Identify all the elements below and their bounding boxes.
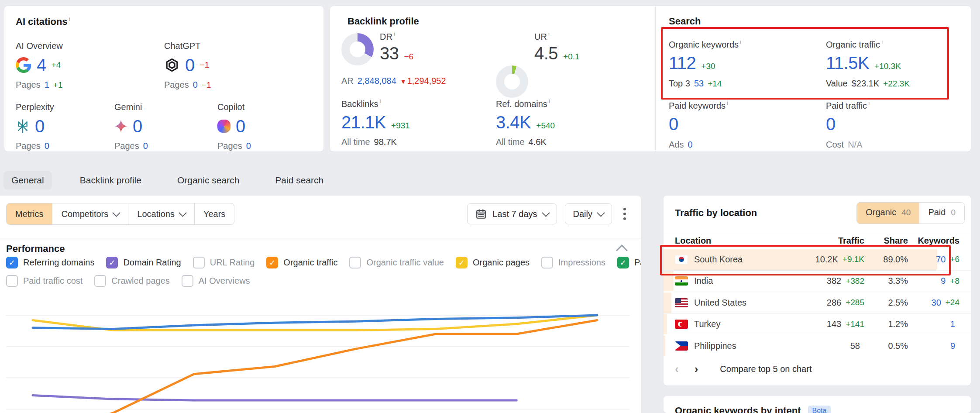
perplexity-icon <box>16 119 30 133</box>
years-button[interactable]: Years <box>194 203 234 224</box>
ur-metric: URi 4.5 +0.1 <box>534 31 580 63</box>
ai-overview-count[interactable]: 4 <box>37 55 46 75</box>
performance-card: Metrics Competitors Locations Years Last… <box>0 196 641 413</box>
checkbox-organic-traffic[interactable]: ✓ Organic traffic <box>266 257 337 268</box>
ref-domains-value[interactable]: 3.4K <box>496 113 531 132</box>
pages-count[interactable]: 0 <box>193 80 198 90</box>
chart-toolbar: Metrics Competitors Locations Years Last… <box>6 203 629 224</box>
chevron-down-icon <box>179 209 186 217</box>
checkbox-paid-traffic-cost[interactable]: ✓ Paid traffic cost <box>6 275 83 287</box>
metric-gemini: Gemini 0 Pages 0 <box>114 102 148 151</box>
copilot-count[interactable]: 0 <box>236 117 245 136</box>
pages-count[interactable]: 0 <box>246 141 251 151</box>
google-icon <box>16 57 31 73</box>
checkbox-ai-overviews[interactable]: ✓ AI Overviews <box>182 275 250 287</box>
checkbox-domain-rating[interactable]: ✓ Domain Rating <box>106 257 181 268</box>
table-row-south-korea[interactable]: South Korea 10.2K+9.1K 89.0% 70+6 <box>664 249 971 270</box>
info-icon[interactable]: i <box>740 38 741 45</box>
keywords-by-intent-card: Organic keywords by intent Beta <box>664 396 971 413</box>
chatgpt-count[interactable]: 0 <box>185 55 195 75</box>
keywords-link[interactable]: 30 <box>932 298 941 308</box>
table-row-india[interactable]: India 382+382 3.3% 9+8 <box>664 270 971 292</box>
analytics-dashboard: { "icons": { "info": "i", "down_arrow": … <box>0 0 980 413</box>
keywords-link[interactable]: 9 <box>941 276 946 286</box>
table-row-turkey[interactable]: Turkey 143+141 1.2% 1 <box>664 313 971 335</box>
ads-count[interactable]: 0 <box>688 140 692 150</box>
ur-value: 4.5 <box>534 44 558 63</box>
backlinks-value[interactable]: 21.1K <box>341 113 386 132</box>
more-options-icon[interactable] <box>620 204 629 224</box>
checkbox-crawled-pages[interactable]: ✓ Crawled pages <box>94 275 169 287</box>
info-icon[interactable]: i <box>868 100 870 106</box>
toggle-paid[interactable]: Paid 0 <box>919 203 964 224</box>
checkbox-impressions[interactable]: ✓ Impressions <box>541 257 605 268</box>
organic-keywords-value[interactable]: 112 <box>669 53 696 72</box>
granularity-button[interactable]: Daily <box>565 203 612 224</box>
info-icon[interactable]: i <box>549 98 550 104</box>
tab-backlink-profile[interactable]: Backlink profile <box>72 171 149 189</box>
keywords-link[interactable]: 9 <box>950 341 955 351</box>
south-korea-flag-icon <box>675 255 688 264</box>
checkbox-organic-traffic-value[interactable]: ✓ Organic traffic value <box>349 257 444 268</box>
locations-button[interactable]: Locations <box>128 203 194 224</box>
date-range-button[interactable]: Last 7 days <box>467 203 557 224</box>
dr-metric: DRi 33 −6 <box>380 31 413 63</box>
info-icon[interactable]: i <box>394 31 395 37</box>
philippines-flag-icon <box>675 341 688 351</box>
metric-copilot: Copilot 0 Pages 0 <box>217 102 251 151</box>
info-icon[interactable]: i <box>727 100 728 106</box>
checkbox-url-rating[interactable]: ✓ URL Rating <box>193 257 255 268</box>
table-row-philippines[interactable]: Philippines 58 0.5% 9 <box>664 335 971 357</box>
checkbox-organic-pages[interactable]: ✓ Organic pages <box>456 257 530 268</box>
ai-citations-title: AI citationsi <box>16 16 70 28</box>
dr-value: 33 <box>380 44 399 63</box>
previous-page-icon[interactable]: ‹ <box>675 363 679 375</box>
metric-checkbox-row-1: ✓ Referring domains ✓ Domain Rating ✓ UR… <box>6 257 641 268</box>
info-icon[interactable]: i <box>881 38 883 45</box>
checkbox-paid-traffic[interactable]: ✓ Paid traffic <box>617 257 641 268</box>
top3-count[interactable]: 53 <box>694 79 704 89</box>
competitors-button[interactable]: Competitors <box>52 203 128 224</box>
perplexity-count[interactable]: 0 <box>35 117 45 136</box>
tab-general[interactable]: General <box>3 171 52 189</box>
checkbox-referring-domains[interactable]: ✓ Referring domains <box>6 257 94 268</box>
keywords-link[interactable]: 1 <box>950 319 955 329</box>
section-tabs: General Backlink profile Organic search … <box>3 171 331 190</box>
next-page-icon[interactable]: › <box>695 363 698 375</box>
collapse-icon[interactable] <box>616 244 628 256</box>
info-icon[interactable]: i <box>548 31 550 37</box>
info-icon[interactable]: i <box>69 16 70 22</box>
keywords-link[interactable]: 70 <box>936 255 946 265</box>
performance-line-chart[interactable] <box>0 293 641 413</box>
performance-title: Performance <box>6 243 65 255</box>
chevron-down-icon <box>597 209 605 217</box>
metrics-button[interactable]: Metrics <box>7 203 52 224</box>
ar-value[interactable]: 2,848,084 <box>358 76 396 86</box>
pages-count[interactable]: 0 <box>143 141 148 151</box>
pages-count[interactable]: 0 <box>45 141 49 151</box>
toggle-organic[interactable]: Organic 40 <box>857 203 919 224</box>
table-row-united-states[interactable]: United States 286+285 2.5% 30+24 <box>664 292 971 313</box>
paid-traffic-value[interactable]: 0 <box>826 114 836 134</box>
pages-count[interactable]: 1 <box>45 80 49 90</box>
info-icon[interactable]: i <box>379 98 381 104</box>
gemini-count[interactable]: 0 <box>133 117 142 136</box>
compare-top5-link[interactable]: Compare top 5 on chart <box>720 364 812 374</box>
metric-checkbox-row-2: ✓ Paid traffic cost ✓ Crawled pages ✓ AI… <box>6 275 250 287</box>
organic-paid-toggle: Organic 40 Paid 0 <box>856 202 965 224</box>
turkey-flag-icon <box>675 320 688 329</box>
calendar-icon <box>475 208 487 220</box>
paid-traffic-metric: Paid traffici 0 Cost N/A <box>826 100 870 150</box>
paid-keywords-value[interactable]: 0 <box>669 114 678 134</box>
copilot-icon <box>217 120 230 133</box>
organic-traffic-value[interactable]: 11.5K <box>826 53 869 72</box>
ai-citations-card: AI citationsi AI Overview 4 +4 Pages 1 +… <box>4 6 323 151</box>
chart-settings-segmented-control: Metrics Competitors Locations Years <box>6 203 234 225</box>
metric-chatgpt: ChatGPT 0 −1 Pages 0 −1 <box>164 41 211 90</box>
chevron-down-icon <box>542 209 550 217</box>
tab-organic-search[interactable]: Organic search <box>169 171 247 189</box>
tab-paid-search[interactable]: Paid search <box>267 171 331 189</box>
metric-perplexity: Perplexity 0 Pages 0 <box>16 102 54 151</box>
united-states-flag-icon <box>675 298 688 307</box>
chart-line-domain-rating <box>33 395 516 400</box>
